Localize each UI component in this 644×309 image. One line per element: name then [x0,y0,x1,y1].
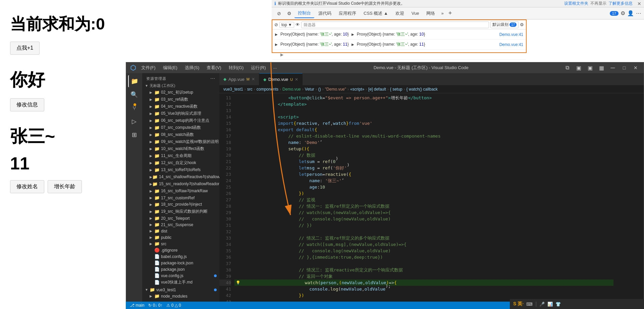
layout-icon2[interactable]: ▣ [586,64,594,72]
minimize-button[interactable]: ─ [609,64,617,72]
tree-item-vueconfig[interactable]: ▶📄 vue.config.js [142,272,219,279]
tree-item-14[interactable]: ▶📁 14_src_shallowReactive与shallowRef [142,173,219,181]
status-sync[interactable]: ↻ 0↓ 0↑ [148,303,162,308]
editor-scrollbar[interactable] [613,93,617,309]
tree-item-08[interactable]: ▶📁 08_src_watch函数 [142,131,219,138]
tree-item-21[interactable]: ▶📁 21_src_Suspense [142,221,219,228]
expand-row2-icon[interactable]: ▶ [275,43,278,46]
tab-vue[interactable]: Vue [408,9,423,17]
demo-vue-link-1[interactable]: Demo.vue:41 [499,32,523,37]
console-settings-icon[interactable]: ⚙ [520,22,524,27]
more-tabs-icon[interactable]: » [439,9,445,17]
status-errors[interactable]: ⚠ 0 △ 0 [166,303,181,308]
modify-name-button[interactable]: 修改姓名 [10,180,44,193]
tree-item-src[interactable]: ▶📁 src [142,241,219,247]
bc-components[interactable]: components [257,87,278,92]
explorer-activity-btn[interactable]: 📁 [128,75,140,87]
tree-item-03[interactable]: ▶📁 03_src_ref函数 [142,96,219,103]
menu-goto[interactable]: 转到(G) [227,65,246,71]
extensions-activity-btn[interactable]: ⊞ [128,129,140,141]
tree-item-17[interactable]: ▶📁 17_src_customRef [142,195,219,201]
menu-file[interactable]: 文件(F) [139,65,158,71]
tree-item-05[interactable]: ▶📁 05_Vue3的响应式原理 [142,110,219,117]
close-button[interactable]: ✕ [632,64,640,72]
sogou-icon3[interactable]: 📊 [547,302,553,307]
tree-item-11[interactable]: ▶📁 11_src_生命周期 [142,152,219,159]
bc-default[interactable]: [e] default [368,87,386,92]
clear-console-icon[interactable]: ⊘ [274,22,278,27]
visibility-icon[interactable]: 👁 [296,22,300,27]
expand-icon[interactable]: ▶ [275,52,283,57]
tree-item-20[interactable]: ▶📁 20_src_Teleport [142,215,219,221]
tree-item-nodemodules[interactable]: ▶📁 node_modules [142,293,219,299]
bc-fn[interactable]: () [318,87,321,92]
settings-icon[interactable]: ⚙ [621,10,625,16]
split-editor-icon[interactable]: ⧉ [563,64,571,72]
status-branch[interactable]: ⎇ main [130,303,144,308]
workspace-root[interactable]: ▼ 无标题 (工作区) [142,83,219,89]
close-banner-icon[interactable]: ✕ [637,1,641,6]
tree-item-07[interactable]: ▶📁 07_src_computed函数 [142,124,219,131]
dont-show-link[interactable]: 不再显示 [590,1,606,6]
tab-network[interactable]: 网络 [423,9,438,18]
tab-console[interactable]: 控制台 [294,9,314,18]
bc-setup[interactable]: { setup [390,87,402,92]
tree-item-babel[interactable]: ▶📄 babel.config.js [142,253,219,260]
tree-item-package-lock[interactable]: ▶📄 package-lock.json [142,260,219,266]
tree-item-16[interactable]: ▶📁 16_src_toRaw与markRaw [142,188,219,195]
tab-welcome[interactable]: 欢迎 [392,9,408,18]
grow-age-button[interactable]: 增长年龄 [48,180,82,193]
tree-item-package[interactable]: ▶📄 package.json [142,266,219,272]
tree-item-18[interactable]: ▶📁 18_src_provide与inject [142,201,219,208]
console-filter-input[interactable] [301,21,489,28]
learn-more-link[interactable]: 了解更多信息 [608,1,633,6]
bc-watch-callback[interactable]: { watch() callback [407,87,438,92]
modify-info-button[interactable]: 修改信息 [10,98,44,111]
set-root-link[interactable]: 设置根文件夹 [564,1,588,6]
add-tab-button[interactable]: + [446,10,454,17]
bc-script[interactable]: «script» [350,87,364,92]
layout-icon3[interactable]: ▦ [597,64,605,72]
tree-item-public[interactable]: ▶📁 public [142,234,219,241]
close-appvue-icon[interactable]: ✕ [252,77,255,82]
tree-item-09[interactable]: ▶📁 09_src_watch监视ref数据的说明 [142,138,219,145]
menu-view[interactable]: 查看(V) [205,65,223,71]
search-activity-btn[interactable]: 🔍 [128,89,140,101]
tab-appvue[interactable]: ◆ App.vue M ✕ [219,73,259,85]
new-file-icon[interactable]: ⋯ [210,76,215,81]
sogou-icon1[interactable]: ⌨ [526,302,533,307]
tree-item-12[interactable]: ▶📁 12_src_自定义hook [142,159,219,166]
profile-icon[interactable]: 👤 [627,10,634,16]
sogou-icon4[interactable]: 👕 [555,302,561,307]
top-selector[interactable]: top ▼ [279,22,294,28]
menu-run[interactable]: 运行(R) [249,65,268,71]
close-demovue-icon[interactable]: ✕ [295,77,298,82]
tree-item-13[interactable]: ▶📁 13_src_toRef与toRefs [142,166,219,173]
tree-item-15[interactable]: ▶📁 15_src_readonly与shallowReadonly [142,181,219,188]
click-plus-button[interactable]: 点我+1 [10,42,40,55]
tree-item-02[interactable]: ▶📁 02_src_初识setup [142,89,219,96]
sogou-icon2[interactable]: 🎤 [539,302,545,307]
tree-item-06[interactable]: ▶📁 06_src_setup的两个注意点 [142,117,219,124]
more-icon[interactable]: ⋯ [636,10,641,16]
tree-item-04[interactable]: ▶📁 04_src_reactive函数 [142,103,219,110]
tab-css-overview[interactable]: CSS 概述 ▲ [360,9,391,18]
debug-activity-btn[interactable]: ▷ [128,115,140,127]
bc-src[interactable]: src [247,87,253,92]
tab-demovue[interactable]: ◆ Demo.vue U ✕ [259,73,303,85]
tree-item-10[interactable]: ▶📁 10_src_watchEffect函数 [142,145,219,152]
tab-application[interactable]: 应用程序 [335,9,360,18]
bc-root[interactable]: vue3_test1 [223,87,243,92]
menu-edit[interactable]: 编辑(E) [161,65,179,71]
block-icon[interactable]: ⊘ [274,9,284,18]
tab-sources[interactable]: 源代码 [315,9,335,18]
tree-item-dist[interactable]: ▶📁 dist [142,228,219,234]
expand-row1b-icon[interactable]: ▶ [352,33,354,36]
bc-demovue[interactable]: Demo.vue [282,87,301,92]
menu-more[interactable]: ··· [271,65,279,70]
layout-icon1[interactable]: ▣ [575,64,583,72]
tree-item-quickstart[interactable]: ▶📄 vue3快速上手.md [142,279,219,286]
tree-item-vue3test1[interactable]: ▼📁 vue3_test1 [142,287,219,293]
level-selector[interactable]: 默认级别 17 [490,21,519,28]
filter-icon[interactable]: ⚙ [284,9,294,18]
